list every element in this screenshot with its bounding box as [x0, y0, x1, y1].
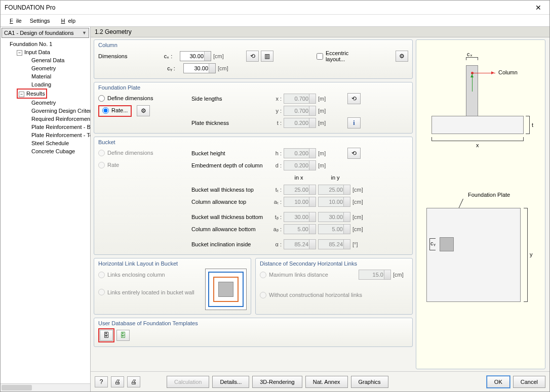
export2-icon[interactable]: 🖨	[127, 376, 140, 387]
export-icon[interactable]: 🖨	[111, 376, 124, 387]
nav-tree: Foundation No. 1 −Input Data General Dat…	[1, 39, 90, 383]
titlebar: FOUNDATION Pro ✕	[1, 1, 549, 15]
input-alx: 85.24▲▼	[284, 239, 316, 249]
tree-res-top[interactable]: Plate Reinforcement - Top	[24, 131, 90, 139]
collapse-icon[interactable]: −	[17, 50, 22, 56]
input-h: 0.200▲▼	[284, 148, 316, 158]
tree-res-geometry[interactable]: Geometry	[24, 99, 90, 107]
menubar: File Settings Help	[1, 15, 549, 27]
check-eccentric[interactable]: Eccentric layout...	[317, 50, 367, 62]
help-icon[interactable]: ?	[95, 376, 108, 387]
annex-button[interactable]: Nat. Annex	[305, 376, 348, 388]
radio-rate[interactable]: Rate...	[102, 107, 128, 114]
collapse-icon[interactable]: −	[19, 92, 24, 97]
group-plate: Foundation Plate Define dimensions Side …	[94, 82, 413, 134]
input-d: 0.200▲▼	[284, 160, 316, 170]
input-ttx: 25.00▲▼	[284, 185, 316, 195]
revert-icon[interactable]: ⟲	[347, 93, 361, 104]
tree-general-data[interactable]: General Data	[24, 56, 90, 64]
revert-icon[interactable]: ⟲	[347, 148, 361, 159]
input-t: 0.200▲▼	[284, 118, 316, 128]
group-column: Column Dimensions cₓ : 30.00▲▼ [cm] ⟲ ▥ …	[94, 39, 413, 79]
menu-help[interactable]: Help	[55, 17, 79, 25]
page-title: 1.2 Geometry	[91, 27, 549, 37]
tree-res-steel[interactable]: Steel Schedule	[24, 139, 90, 147]
tree-res-criteria[interactable]: Governing Design Criteria	[24, 107, 90, 115]
render-button[interactable]: 3D-Rendering	[252, 376, 302, 388]
tree-loading[interactable]: Loading	[24, 80, 90, 89]
info-icon[interactable]: i	[347, 117, 361, 128]
details-button[interactable]: Details...	[212, 376, 249, 388]
case-combo[interactable]: CA1 - Design of foundations ▼	[2, 28, 89, 38]
db-save-icon[interactable]: 🗄	[116, 330, 130, 341]
tree-material[interactable]: Material	[24, 72, 90, 80]
tree-input[interactable]: −Input Data General Data Geometry Materi…	[17, 48, 90, 89]
input-y: 0.700▲▼	[284, 106, 316, 116]
db-load-icon[interactable]: 🗄	[100, 330, 113, 341]
group-bucket: Bucket Define dimensions Bucket height h…	[94, 137, 413, 255]
menu-settings[interactable]: Settings	[27, 17, 53, 25]
input-cy[interactable]: 30.00▲▼	[183, 63, 216, 73]
input-abx: 5.00▲▼	[284, 224, 316, 234]
group-dist: Distance of Secondary Horizontal Links M…	[255, 258, 413, 315]
tree-res-bottom[interactable]: Plate Reinforcement - Bottom	[24, 123, 90, 131]
graphics-button[interactable]: Graphics	[351, 376, 388, 388]
input-aby: 5.00▲▼	[318, 224, 350, 234]
input-aty: 10.00▲▼	[318, 197, 350, 207]
menu-file[interactable]: File	[4, 17, 25, 25]
radio-define-dim[interactable]: Define dimensions	[98, 95, 153, 102]
input-aly: 85.24▲▼	[318, 239, 350, 249]
rate-config-icon[interactable]: ⚙	[137, 105, 150, 116]
radio-bucket-define: Define dimensions	[98, 150, 153, 156]
radio-max-dist: Maximum links distance	[260, 272, 328, 278]
cancel-button[interactable]: Cancel	[513, 376, 545, 388]
footer: ? 🖨 🖨 Calculation Details... 3D-Renderin…	[91, 371, 549, 391]
chevron-down-icon: ▼	[82, 30, 87, 35]
window-title: FOUNDATION Pro	[5, 4, 531, 11]
close-icon[interactable]: ✕	[531, 4, 545, 12]
revert-icon[interactable]: ⟲	[246, 51, 259, 62]
tree-res-cubage[interactable]: Concrete Cubage	[24, 147, 90, 155]
group-udb: User Database of Foundation Templates 🗄 …	[94, 318, 413, 347]
input-max-dist: 15.0▲▼	[359, 270, 391, 280]
pick-icon[interactable]: ▥	[261, 51, 273, 62]
scrollbar-horizontal[interactable]	[1, 383, 90, 391]
tree-root[interactable]: Foundation No. 1 −Input Data General Dat…	[9, 40, 90, 155]
input-atx: 10.00▲▼	[284, 197, 316, 207]
links-diagram	[205, 269, 247, 310]
tree-geometry[interactable]: Geometry	[24, 64, 90, 72]
ok-button[interactable]: OK	[487, 376, 510, 388]
input-tby: 30.00▲▼	[318, 212, 350, 222]
tree-res-reinf[interactable]: Required Reinforcement	[24, 115, 90, 123]
ecc-config-icon[interactable]: ⚙	[396, 51, 408, 62]
input-tty: 25.00▲▼	[318, 185, 350, 195]
radio-links-wall: Links entirely located in bucket wall	[98, 289, 194, 295]
sidebar: CA1 - Design of foundations ▼ Foundation…	[1, 27, 91, 391]
radio-bucket-rate: Rate	[98, 162, 119, 168]
calc-button: Calculation	[167, 376, 209, 388]
group-links: Horizontal Link Layout in Bucket Links e…	[94, 258, 251, 315]
tree-results[interactable]: −Results Geometry Governing Design Crite…	[17, 89, 90, 155]
radio-no-links: Without constructional horizontal links	[260, 292, 362, 298]
preview-diagram: cₓ Column t x Foundation Plate	[416, 39, 545, 369]
input-tbx: 30.00▲▼	[284, 212, 316, 222]
input-cx[interactable]: 30.00▲▼	[180, 51, 211, 61]
input-x: 0.700▲▼	[284, 94, 316, 104]
radio-links-enclose: Links enclosing column	[98, 272, 165, 278]
